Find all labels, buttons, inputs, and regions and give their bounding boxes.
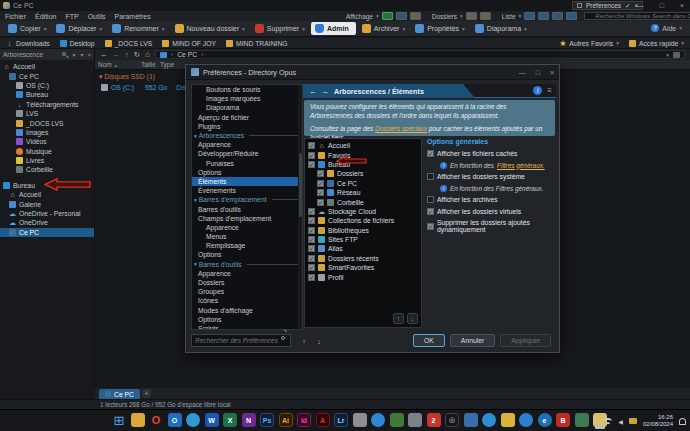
favorite-item[interactable]: MIND TRAINING	[226, 40, 288, 47]
element-checkbox[interactable]	[308, 274, 315, 281]
close-panel-icon[interactable]: ×	[87, 52, 91, 58]
clock[interactable]: 16:26 02/08/2024	[643, 414, 673, 429]
breadcrumb[interactable]: › Ce PC › ▾	[155, 50, 685, 59]
outlook-icon[interactable]: O	[168, 413, 182, 427]
chevron-down-icon[interactable]: ▾	[616, 40, 619, 46]
word-icon[interactable]: W	[205, 413, 219, 427]
move-up-button[interactable]: ↑	[393, 313, 404, 324]
favorite-item[interactable]: _DOCS LVS	[105, 40, 153, 47]
toolbar-button[interactable]: Nouveau dossier ▾	[171, 22, 249, 35]
option-row[interactable]: Afficher les dossiers système	[427, 173, 555, 180]
column-taille[interactable]: Taille	[138, 61, 155, 68]
option-row[interactable]: Afficher les fichiers cachés	[427, 150, 555, 157]
tree-item[interactable]: LVS	[0, 109, 94, 118]
preferences-category-item[interactable]: Barres d'outils	[192, 204, 302, 213]
element-checkbox[interactable]	[308, 217, 315, 224]
preferences-category-item[interactable]: Aperçu de fichier	[192, 113, 302, 122]
view-details-icon[interactable]	[382, 12, 393, 20]
home-icon[interactable]: ⌂	[145, 50, 150, 59]
dialog-close-button[interactable]: ×	[550, 69, 554, 76]
preferences-category-item[interactable]: Options	[192, 250, 302, 259]
option-checkbox[interactable]	[427, 150, 434, 157]
lightroom-icon[interactable]: Lr	[334, 413, 348, 427]
option-checkbox[interactable]	[427, 173, 434, 180]
preferences-category-item[interactable]: Options	[192, 315, 302, 324]
chevron-down-icon[interactable]: ▾	[402, 26, 405, 32]
toolbar-button[interactable]: Copier ▾	[4, 22, 50, 35]
element-row[interactable]: Réseau	[305, 188, 421, 197]
preferences-category-item[interactable]: Apparence	[192, 140, 302, 149]
element-row[interactable]: Dossiers récents	[305, 254, 421, 263]
chevron-down-icon[interactable]: ▾	[44, 26, 47, 32]
dossiers-speciaux-link[interactable]: Dossiers spéciaux	[375, 125, 427, 132]
element-row[interactable]: Dossiers	[305, 169, 421, 178]
preferences-category-item[interactable]: Groupes	[192, 287, 302, 296]
chevron-down-icon[interactable]: ▾	[460, 13, 463, 19]
notifications-bell-icon[interactable]	[679, 418, 686, 425]
affichage-menu[interactable]: Affichage	[346, 13, 373, 20]
maximize-button[interactable]: □	[660, 2, 664, 9]
back-button[interactable]: ←	[100, 50, 108, 59]
liste-menu[interactable]: Liste	[502, 13, 516, 20]
menu-item[interactable]: Fichier	[5, 13, 26, 20]
skype-icon[interactable]	[186, 413, 200, 427]
element-row[interactable]: Bibliothèques	[305, 226, 421, 235]
option-row[interactable]: Supprimer les dossiers ajoutés dynamique…	[427, 219, 555, 233]
dialog-titlebar[interactable]: Préférences - Directory Opus — □ ×	[186, 65, 559, 80]
red-b-app-icon[interactable]: B	[556, 413, 570, 427]
dialog-maximize-button[interactable]: □	[536, 69, 540, 76]
up-button[interactable]: ↑	[125, 50, 129, 59]
onenote-icon[interactable]: N	[242, 413, 256, 427]
filtres-generaux-link[interactable]: Filtres généraux.	[497, 162, 545, 169]
option-row[interactable]: Afficher les archives	[427, 196, 555, 203]
menu-icon[interactable]: ≡	[547, 86, 552, 95]
element-checkbox[interactable]	[308, 161, 315, 168]
dialog-minimize-button[interactable]: —	[519, 69, 526, 76]
info-icon[interactable]	[533, 86, 542, 95]
preferences-category-item[interactable]: Dossiers	[192, 278, 302, 287]
go-icon[interactable]	[673, 52, 680, 58]
column-type[interactable]: Type	[155, 61, 174, 68]
windows-search-input[interactable]	[584, 12, 690, 20]
pill-check-icon[interactable]: ✓	[625, 2, 630, 10]
tree-item[interactable]: ⌂ Accueil	[0, 62, 94, 71]
menu-item[interactable]: FTP	[65, 13, 78, 20]
folder-view-icon[interactable]	[466, 12, 477, 20]
indesign-icon[interactable]: Id	[297, 413, 311, 427]
preferences-category-item[interactable]: Apparence	[192, 223, 302, 232]
preferences-category-item[interactable]: Événements	[192, 186, 302, 195]
chevron-down-icon[interactable]: ▾	[679, 25, 682, 31]
tree-item[interactable]: Vidéos	[0, 137, 94, 146]
preferences-category-item[interactable]: Options	[192, 168, 302, 177]
preferences-taskbar-pill[interactable]: Préférences ✓ ×	[572, 1, 643, 10]
chevron-down-icon[interactable]: ▾	[80, 51, 83, 58]
preferences-category-item[interactable]: Diaporama	[192, 103, 302, 112]
tree-item[interactable]: OS (C:)	[0, 81, 94, 90]
element-row[interactable]: Profil	[305, 272, 421, 281]
element-row[interactable]: Alias	[305, 244, 421, 253]
chevron-down-icon[interactable]: ▾	[666, 52, 669, 58]
preferences-category-item[interactable]: Remplissage	[192, 241, 302, 250]
element-row[interactable]: Ce PC	[305, 179, 421, 188]
element-row[interactable]: Sites FTP	[305, 235, 421, 244]
preferences-category-item[interactable]: Icônes	[192, 296, 302, 305]
tree-item[interactable]: Musique	[0, 147, 94, 156]
preferences-category-item[interactable]: Champs d'emplacement	[192, 214, 302, 223]
autres-favoris-button[interactable]: ★ Autres Favoris ▾	[559, 39, 619, 48]
element-checkbox[interactable]	[308, 152, 315, 159]
element-row[interactable]: SmartFavorites	[305, 263, 421, 272]
chevron-down-icon[interactable]: ▾	[162, 26, 165, 32]
element-checkbox[interactable]	[308, 245, 315, 252]
element-checkbox[interactable]	[317, 199, 324, 206]
forward-button[interactable]: →	[113, 50, 121, 59]
preferences-category-item[interactable]: Éléments	[192, 177, 302, 186]
acrobat-icon[interactable]: A	[316, 413, 330, 427]
toolbar-button[interactable]: Déplacer ▾	[52, 22, 106, 35]
preferences-category-item[interactable]: ▾ Arborescences	[192, 131, 302, 140]
tree-item[interactable]: _DOCS LVS	[0, 118, 94, 127]
tree-item[interactable]: Images	[0, 128, 94, 137]
element-checkbox[interactable]	[308, 264, 315, 271]
preferences-category-item[interactable]: Boutons de souris	[192, 85, 302, 94]
preferences-category-item[interactable]: Menus	[192, 232, 302, 241]
list-style2-icon[interactable]	[538, 12, 549, 20]
